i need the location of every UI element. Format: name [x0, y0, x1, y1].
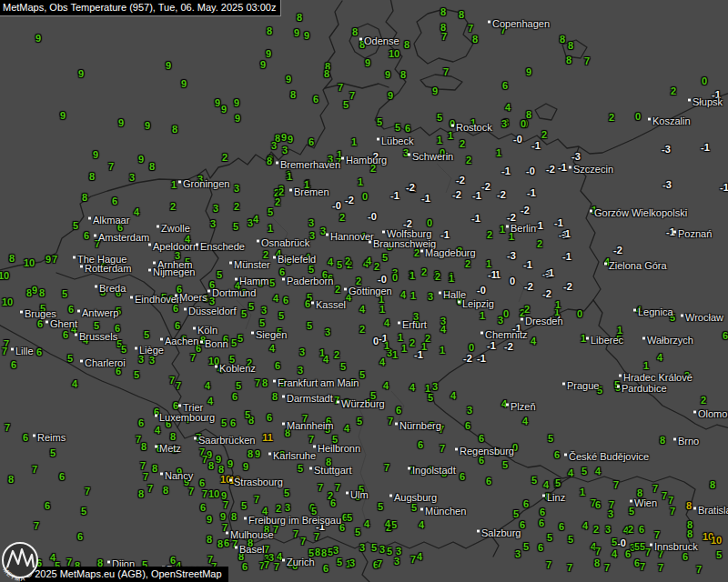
temp-value: 3 [129, 173, 135, 183]
city-name: Dortmund [212, 287, 256, 298]
city-marker-icon [420, 250, 423, 253]
temp-value: 6 [723, 331, 728, 341]
city-name: Göttingen [349, 286, 392, 296]
temp-value: 7 [85, 487, 90, 497]
city-name: Linz [547, 492, 565, 503]
temp-value: 8 [89, 172, 95, 182]
city-name: Düsseldorf [188, 306, 237, 316]
city-marker-icon [619, 375, 622, 377]
temp-value: 7 [254, 495, 259, 505]
city-marker-icon [148, 244, 151, 246]
map-canvas[interactable]: MetMaps, Obs Temperature (957), Tue, 06.… [0, 0, 728, 582]
city-label: Apeldoorn [148, 242, 198, 252]
city-name: Reims [37, 432, 66, 443]
temp-value: -2 [521, 206, 530, 216]
city-marker-icon [273, 380, 276, 383]
temp-value: 4 [531, 336, 536, 346]
city-label: Reims [33, 433, 66, 443]
city-marker-icon [341, 157, 344, 160]
city-marker-icon [344, 288, 347, 291]
temp-value: 8 [163, 486, 168, 496]
city-label: Brno [673, 436, 699, 447]
city-marker-icon [382, 231, 385, 234]
temp-value: 5 [298, 464, 303, 474]
temp-value: 6 [242, 562, 248, 572]
temp-value: 7 [140, 461, 146, 471]
city-name: Frankfurt am Main [278, 377, 359, 388]
temp-value: -1 [523, 260, 532, 270]
temp-value: 6 [405, 124, 410, 134]
temp-value: 5 [343, 100, 349, 110]
temp-value: 1 [486, 259, 491, 269]
temp-value: 3 [213, 204, 218, 214]
temp-value: 7 [377, 559, 382, 569]
city-label: Osnabrück [257, 238, 309, 248]
temp-value: 3 [432, 382, 438, 392]
city-label: Zurich [282, 557, 315, 567]
temp-value: -2 [504, 342, 513, 352]
temp-value: 9 [181, 79, 187, 89]
temp-value: 7 [468, 24, 473, 34]
temp-value: 5 [395, 123, 400, 133]
city-marker-icon [633, 309, 636, 312]
city-label: Legnica [633, 307, 673, 317]
temp-value: 6 [11, 360, 16, 370]
temp-value: -2 [456, 176, 465, 186]
temp-value: 4 [450, 391, 456, 401]
temp-value: 0 [521, 119, 526, 129]
temp-value: 10 [389, 49, 399, 59]
temp-value: 7 [169, 376, 175, 386]
temp-value: 4 [366, 256, 371, 266]
temp-value: 4 [253, 215, 258, 225]
city-marker-icon [46, 321, 48, 324]
map-title: MetMaps, Obs Temperature (957), Tue, 06.… [0, 0, 281, 16]
temp-value: -1 [414, 350, 423, 360]
temp-value: 7 [546, 560, 551, 570]
temp-value: 2 [275, 197, 280, 207]
temp-value: 3 [501, 119, 507, 129]
temp-value: -2 [463, 354, 472, 364]
temp-value: 7 [255, 378, 260, 388]
city-label: Paderborn [282, 276, 333, 286]
temp-value: 8 [267, 156, 272, 166]
city-marker-icon [88, 217, 91, 220]
temp-value: 5 [81, 507, 86, 517]
temp-value: 10 [208, 489, 219, 499]
temp-value: -3 [571, 152, 581, 162]
internal-borders [237, 164, 524, 527]
temp-value: 8 [272, 392, 278, 402]
city-marker-icon [564, 454, 567, 457]
temp-value: 8 [687, 529, 693, 539]
city-name: Freiburg im Breisgau [248, 515, 341, 526]
city-label: Słupsk [688, 97, 723, 107]
temp-value: 4 [543, 480, 549, 490]
temp-value: 9 [304, 31, 309, 41]
temp-value: 7 [335, 483, 340, 493]
city-label: Liège [135, 346, 164, 356]
city-marker-icon [681, 315, 683, 317]
temp-value: 1 [401, 344, 407, 354]
temp-value: 9 [255, 449, 260, 459]
temp-value: -1 [472, 191, 481, 201]
temp-value: -1 [701, 143, 710, 153]
temp-value: 9 [221, 105, 227, 115]
city-name: Bremen [294, 186, 329, 197]
temp-value: 3 [308, 218, 314, 228]
temp-value: 5 [221, 418, 227, 428]
city-marker-icon [590, 210, 592, 213]
city-label: Hamm [235, 276, 268, 286]
city-name: Ulm [350, 489, 369, 500]
temp-value: -3 [507, 251, 516, 261]
city-marker-icon [648, 118, 651, 121]
city-marker-icon [160, 338, 163, 341]
temp-value: 6 [283, 296, 288, 306]
temp-value: 0 [635, 112, 641, 122]
city-marker-icon [458, 301, 460, 304]
temp-value: 5 [67, 354, 73, 364]
temp-value: 7 [338, 83, 343, 93]
city-marker-icon [178, 405, 181, 407]
temp-value: 4 [595, 467, 601, 477]
temp-value: 6 [502, 81, 508, 91]
temp-value: 5 [248, 302, 254, 312]
temp-value: 5 [121, 345, 126, 355]
